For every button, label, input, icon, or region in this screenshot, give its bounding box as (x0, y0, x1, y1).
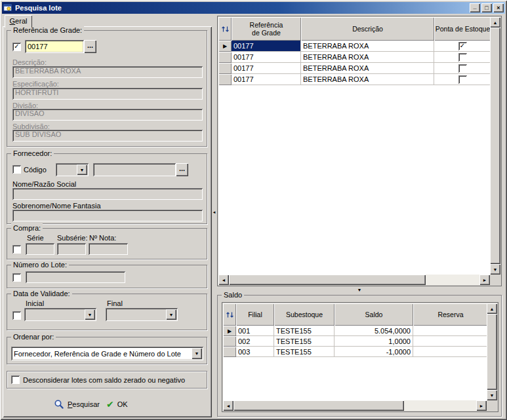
col-header-ponta[interactable]: Ponta de Estoque (434, 17, 490, 41)
grade-checkbox[interactable]: ✓ (12, 43, 21, 51)
cell-subestoque[interactable]: TESTE155 (274, 326, 335, 336)
scroll-down-button[interactable]: ▼ (487, 390, 497, 400)
table-row[interactable]: 00177 BETERRABA ROXA (218, 52, 490, 63)
validade-checkbox[interactable] (12, 311, 21, 320)
sort-rows-button[interactable] (226, 311, 234, 319)
maximize-button[interactable]: □ (481, 3, 492, 12)
table-row[interactable]: ▶ 001 TESTE155 5.054,0000 (223, 326, 487, 336)
hscroll-track[interactable] (426, 275, 479, 285)
cell-filial[interactable]: 002 (236, 336, 274, 347)
col-header-reserva[interactable]: Reserva (413, 303, 487, 326)
fornecedor-codigo-combo: ▼ (56, 163, 89, 176)
cell-descricao[interactable]: BETERRABA ROXA (301, 41, 434, 52)
cell-saldo[interactable]: 5.054,0000 (335, 326, 413, 336)
window-controls: _ □ × (470, 3, 504, 12)
fornecedor-codigo-checkbox[interactable] (12, 165, 21, 174)
table-row[interactable]: 00177 BETERRABA ROXA (218, 63, 490, 74)
serie-label: Série (27, 234, 44, 242)
scroll-right-button[interactable]: ► (479, 275, 490, 285)
cell-saldo[interactable]: -1,0000 (335, 347, 413, 357)
ponta-checkbox[interactable] (458, 64, 467, 73)
row-indicator-icon: ▶ (228, 328, 232, 334)
close-button[interactable]: × (493, 3, 504, 12)
grade-grid-sort-cell (218, 17, 232, 41)
cell-referencia[interactable]: 00177 (232, 63, 301, 74)
minimize-button[interactable]: _ (470, 3, 480, 12)
cell-subestoque[interactable]: TESTE155 (274, 336, 335, 347)
col-header-descricao[interactable]: Descrição (301, 17, 434, 41)
ok-button[interactable]: ✔ OK (106, 397, 128, 411)
cell-referencia[interactable]: 00177 (232, 74, 301, 85)
row-indicator-cell (218, 63, 232, 74)
scroll-left-button[interactable]: ◄ (223, 400, 233, 411)
subserie-label: Subsérie: (57, 234, 87, 242)
desconsiderar-label[interactable]: Desconsiderar lotes com saldo zerado ou … (23, 376, 185, 384)
cell-ponta[interactable]: ✓ (434, 41, 490, 52)
table-row[interactable]: ▶ 00177 BETERRABA ROXA ✓ (218, 41, 490, 52)
lote-checkbox[interactable] (12, 273, 21, 282)
scroll-right-icon: ► (483, 278, 487, 282)
desconsiderar-checkbox[interactable] (11, 375, 20, 384)
pesquisar-button[interactable]: Pesquisar (54, 397, 100, 411)
scroll-up-button[interactable]: ▲ (490, 17, 500, 28)
saldo-grid-vscrollbar[interactable]: ▲ ▼ (487, 303, 497, 400)
col-header-saldo[interactable]: Saldo (335, 303, 413, 326)
sort-rows-button[interactable] (221, 25, 230, 33)
ordenar-combo[interactable]: Fornecedor, Referência de Grade e Número… (11, 347, 203, 360)
col-header-referencia[interactable]: Referência de Grade (232, 17, 301, 41)
cell-descricao[interactable]: BETERRABA ROXA (301, 52, 434, 63)
cell-ponta[interactable] (434, 63, 490, 74)
group-compra: Compra: Série Subsérie: Nº Nota: (7, 228, 207, 259)
tab-geral[interactable]: Geral (5, 15, 32, 28)
table-row[interactable]: 003 TESTE155 -1,0000 (223, 347, 487, 357)
cell-ponta[interactable] (434, 74, 490, 85)
scroll-left-button[interactable]: ◄ (218, 275, 229, 285)
grade-browse-button[interactable]: ... (84, 40, 96, 53)
ordenar-combo-button[interactable]: ▼ (192, 348, 202, 359)
cell-reserva[interactable] (413, 336, 487, 347)
col-header-filial[interactable]: Filial (236, 303, 274, 326)
scroll-right-button[interactable]: ► (476, 400, 487, 411)
grade-grid-hscrollbar[interactable]: ◄ ► (218, 275, 490, 285)
grade-grid-vscrollbar[interactable]: ▲ ▼ (490, 17, 500, 275)
fornecedor-codigo-label[interactable]: Código (24, 166, 47, 174)
vscroll-thumb[interactable] (487, 314, 497, 390)
cell-subestoque[interactable]: TESTE155 (274, 347, 335, 357)
saldo-grid-hscrollbar[interactable]: ◄ ► (223, 400, 487, 411)
ponta-checkbox[interactable] (458, 75, 467, 84)
compra-checkbox[interactable] (12, 245, 21, 254)
col-header-subestoque[interactable]: Subestoque (274, 303, 335, 326)
group-compra-legend: Compra: (11, 223, 43, 233)
hscroll-thumb[interactable] (229, 275, 426, 285)
splitter-collapse-left[interactable]: ◄ (211, 204, 217, 220)
cell-saldo[interactable]: 1,0000 (335, 336, 413, 347)
table-row[interactable]: 00177 BETERRABA ROXA (218, 74, 490, 85)
scrollbar-corner (487, 400, 497, 411)
cell-descricao[interactable]: BETERRABA ROXA (301, 63, 434, 74)
cell-ponta[interactable] (434, 52, 490, 63)
titlebar: Pesquisa lote _ □ × (2, 2, 505, 14)
cell-filial[interactable]: 003 (236, 347, 274, 357)
splitter-down-icon: ▼ (357, 288, 362, 292)
scroll-down-button[interactable]: ▼ (490, 264, 500, 275)
cell-descricao[interactable]: BETERRABA ROXA (301, 74, 434, 85)
data-inicial-combo-button: ▼ (85, 309, 95, 320)
cell-reserva[interactable] (413, 347, 487, 357)
fantasia-label: Sobrenome/Nome Fantasia (12, 202, 101, 210)
table-row[interactable]: 002 TESTE155 1,0000 (223, 336, 487, 347)
maximize-icon: □ (485, 4, 488, 12)
hscroll-track[interactable] (404, 400, 476, 411)
cell-referencia[interactable]: 00177 (232, 41, 301, 52)
saldo-grid: Filial Subestoque Saldo Reserva ▶ 001 TE… (222, 302, 498, 412)
splitter-collapse-down[interactable]: ▼ (353, 287, 366, 293)
cell-filial[interactable]: 001 (236, 326, 274, 336)
grade-code-input[interactable] (25, 40, 84, 53)
cell-referencia[interactable]: 00177 (232, 52, 301, 63)
ponta-checkbox[interactable]: ✓ (458, 42, 467, 50)
ponta-checkbox[interactable] (458, 53, 467, 62)
hscroll-thumb[interactable] (233, 400, 404, 411)
vscroll-thumb[interactable] (490, 28, 500, 264)
scroll-up-button[interactable]: ▲ (487, 303, 497, 314)
cell-reserva[interactable] (413, 326, 487, 336)
fornecedor-browse-button[interactable]: ... (176, 163, 188, 176)
